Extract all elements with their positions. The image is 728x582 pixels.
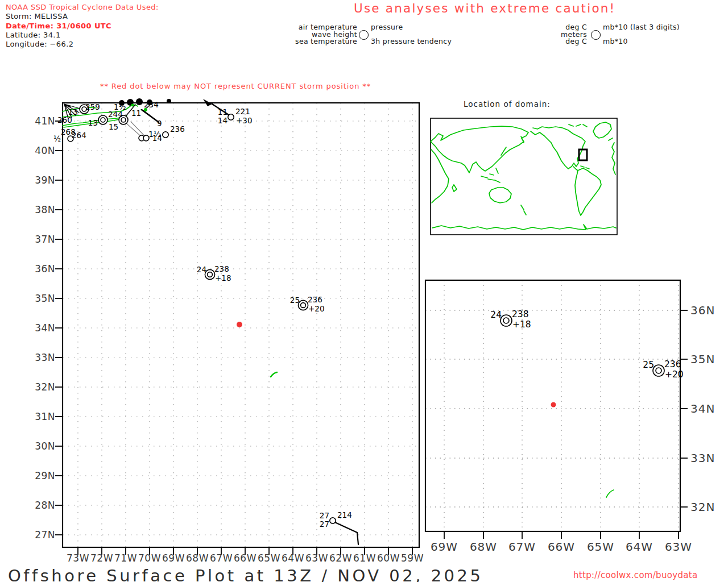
coastline-dot <box>144 108 147 111</box>
station-circle-inner <box>301 303 306 308</box>
station-circle <box>228 114 234 120</box>
station-circle <box>330 518 336 523</box>
bermuda-island <box>606 490 614 497</box>
station-circle-inner <box>101 118 105 122</box>
station-circle <box>119 100 125 106</box>
station-circle <box>136 98 143 105</box>
station-circle-inner <box>503 318 509 323</box>
station-circle <box>167 99 171 103</box>
bermuda-island <box>271 372 277 377</box>
station-circle-inner <box>121 118 126 122</box>
storm-position-dot <box>237 322 242 327</box>
plot-graphics <box>0 0 728 582</box>
plot-title: Offshore Surface Plot at 13Z / NOV 02, 2… <box>8 566 483 582</box>
world-map-inset <box>431 118 617 235</box>
station-circle <box>143 135 149 141</box>
wind-barbs <box>64 99 358 544</box>
coastline-dot <box>131 104 134 107</box>
station-circle-inner <box>208 272 213 277</box>
source-url[interactable]: http://coolwx.com/buoydata <box>573 570 697 581</box>
offshore-surface-plot: NOAA SSD Tropical Cyclone Data Used: Sto… <box>0 0 728 582</box>
station-circle-inner <box>656 368 661 373</box>
station-circle-inner <box>82 107 86 111</box>
storm-position-dot <box>551 402 556 408</box>
station-circle <box>68 136 73 142</box>
station-circle <box>147 99 152 105</box>
station-circle <box>163 132 168 138</box>
